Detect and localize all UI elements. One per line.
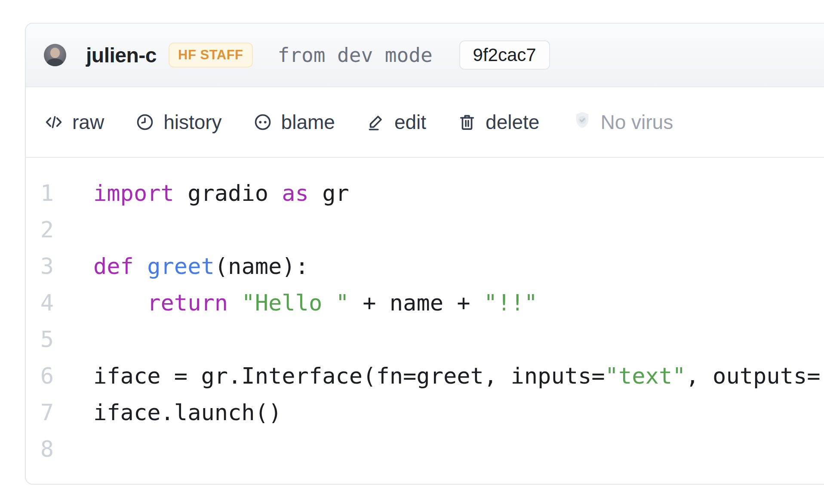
line-number[interactable]: 1 — [26, 175, 54, 212]
code-line: 7iface.launch() — [26, 394, 824, 431]
blame-button[interactable]: blame — [253, 111, 335, 134]
raw-button[interactable]: raw — [44, 111, 104, 134]
line-number[interactable]: 7 — [26, 394, 54, 431]
code-line-content: def greet(name): — [93, 248, 309, 285]
commit-message-link[interactable]: from dev mode — [278, 43, 433, 67]
code-viewer: 1import gradio as gr23def greet(name):4 … — [26, 158, 824, 467]
code-line: 3def greet(name): — [26, 248, 824, 285]
code-lines: 1import gradio as gr23def greet(name):4 … — [26, 175, 824, 467]
code-line-content: iface = gr.Interface(fn=greet, inputs="t… — [93, 358, 824, 394]
edit-button[interactable]: edit — [366, 111, 426, 134]
delete-label: delete — [486, 111, 539, 134]
history-button[interactable]: history — [135, 111, 221, 134]
line-number[interactable]: 4 — [26, 285, 54, 321]
history-icon — [135, 112, 155, 132]
avatar[interactable] — [44, 44, 66, 66]
code-line: 5 — [26, 321, 824, 358]
staff-badge: HF STAFF — [169, 43, 253, 68]
code-line-content: import gradio as gr — [93, 175, 349, 212]
shield-check-icon — [572, 110, 593, 135]
edit-label: edit — [394, 111, 426, 134]
line-number[interactable]: 5 — [26, 321, 54, 358]
virus-status-label: No virus — [600, 111, 673, 134]
file-toolbar: raw history blame — [26, 87, 824, 158]
code-line-content: return "Hello " + name + "!!" — [93, 285, 538, 321]
code-line: 8 — [26, 431, 824, 467]
history-label: history — [163, 111, 221, 134]
line-number[interactable]: 2 — [26, 212, 54, 248]
username-link[interactable]: julien-c — [86, 43, 157, 67]
line-number[interactable]: 3 — [26, 248, 54, 285]
code-icon — [44, 112, 64, 132]
raw-label: raw — [72, 111, 104, 134]
blame-label: blame — [281, 111, 335, 134]
file-viewer-card: julien-c HF STAFF from dev mode 9f2cac7 … — [25, 23, 824, 485]
delete-button[interactable]: delete — [457, 111, 539, 134]
virus-status: No virus — [572, 110, 673, 135]
edit-icon — [366, 112, 386, 132]
blame-icon — [253, 112, 273, 132]
commit-header: julien-c HF STAFF from dev mode 9f2cac7 — [26, 24, 824, 87]
code-line-content: iface.launch() — [93, 394, 282, 431]
code-line: 1import gradio as gr — [26, 175, 824, 212]
line-number[interactable]: 6 — [26, 358, 54, 394]
code-line: 4 return "Hello " + name + "!!" — [26, 285, 824, 321]
commit-hash-button[interactable]: 9f2cac7 — [459, 40, 550, 70]
code-line: 2 — [26, 212, 824, 248]
delete-icon — [457, 112, 477, 132]
code-line: 6iface = gr.Interface(fn=greet, inputs="… — [26, 358, 824, 394]
line-number[interactable]: 8 — [26, 431, 54, 467]
